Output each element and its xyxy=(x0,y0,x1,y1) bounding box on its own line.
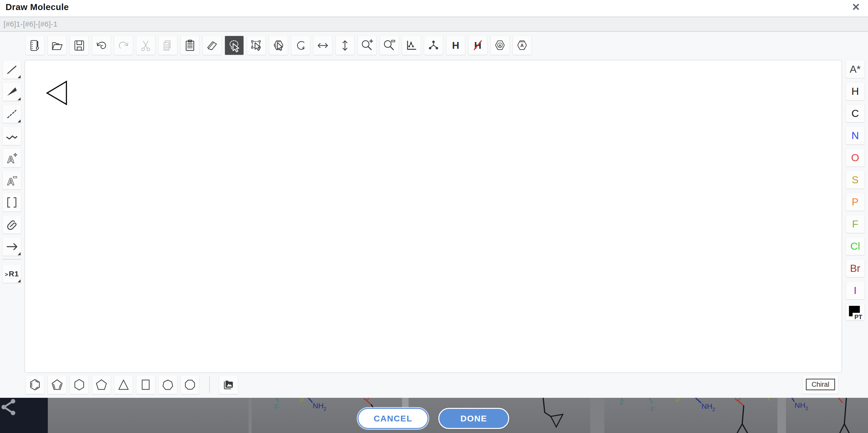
cyclopropane-molecule[interactable] xyxy=(25,60,842,372)
zoom-out-button[interactable] xyxy=(380,36,399,55)
dialog-header: Draw Molecule ✕ xyxy=(0,0,868,16)
template-cycloheptane-button[interactable] xyxy=(158,375,177,394)
atom-label: C xyxy=(851,108,859,119)
template-library-button[interactable] xyxy=(219,375,238,394)
template-cyclobutane-button[interactable] xyxy=(136,375,155,394)
hexagon-ring-icon xyxy=(72,378,86,392)
dropdown-corner-icon xyxy=(18,120,21,123)
drawing-canvas[interactable] xyxy=(24,60,842,373)
clipboard-icon xyxy=(183,38,197,53)
add-hydrogens-button[interactable]: H xyxy=(446,36,465,55)
dropdown-corner-icon xyxy=(18,252,21,255)
redo-button[interactable] xyxy=(114,36,133,55)
background-molecule-fragment: NH2 xyxy=(795,401,808,411)
attachment-button[interactable] xyxy=(2,215,21,234)
reaction-arrow-button[interactable] xyxy=(2,237,21,256)
save-floppy-icon xyxy=(72,38,86,53)
atom-button-o[interactable]: O xyxy=(846,149,865,166)
background-molecule-fragment: F xyxy=(620,399,624,407)
background-molecule-fragment xyxy=(737,424,742,433)
template-cyclopropane-button[interactable] xyxy=(114,375,133,394)
charge-minus-button[interactable]: A xyxy=(2,171,21,189)
atom-button-cl[interactable]: Cl xyxy=(846,237,865,255)
bond-single-button[interactable] xyxy=(2,60,21,79)
template-cyclopentadiene-button[interactable] xyxy=(48,375,66,394)
template-benzene-button[interactable] xyxy=(26,375,44,394)
done-button[interactable]: DONE xyxy=(438,408,509,429)
paperclip-icon xyxy=(5,218,19,232)
template-cyclohexane-button[interactable] xyxy=(70,375,89,394)
erase-button[interactable] xyxy=(203,36,221,55)
zoom-fit-button[interactable] xyxy=(402,36,421,55)
atom-label: P xyxy=(851,197,859,207)
letter-h-strike-icon: H xyxy=(471,38,485,53)
open-folder-icon xyxy=(50,38,64,53)
background-molecule-fragment xyxy=(742,424,747,433)
letter-h-icon: H xyxy=(448,38,463,53)
svg-text:A: A xyxy=(7,154,14,165)
hexagon-a-icon: A xyxy=(515,38,529,53)
periodic-table-button[interactable]: PT xyxy=(846,304,865,320)
rotate-button[interactable] xyxy=(291,36,310,55)
charge-plus-button[interactable]: A+ xyxy=(2,149,21,167)
bond-wedge-button[interactable] xyxy=(2,82,21,101)
bond-dashed-button[interactable] xyxy=(2,105,21,123)
atom-button-s[interactable]: S xyxy=(846,171,865,189)
background-molecule-fragment xyxy=(742,406,744,424)
select-rectangle-button[interactable] xyxy=(247,36,266,55)
atom-button-i[interactable]: I xyxy=(846,281,865,299)
new-document-button[interactable] xyxy=(26,36,44,55)
chiral-label: Chiral xyxy=(806,379,835,390)
molecule-branch-icon xyxy=(427,38,440,53)
flip-horizontal-button[interactable] xyxy=(313,36,332,55)
zoom-in-button[interactable] xyxy=(358,36,376,55)
fit-axes-molecule-icon xyxy=(404,38,418,53)
cut-button[interactable] xyxy=(136,36,155,55)
rectangle-select-icon xyxy=(249,38,264,53)
close-icon[interactable]: ✕ xyxy=(849,0,863,13)
flip-vertical-button[interactable] xyxy=(336,36,354,55)
triangle-ring-icon xyxy=(117,378,131,392)
cancel-button[interactable]: CANCEL xyxy=(358,408,429,429)
redo-arrow-icon xyxy=(117,38,131,53)
paste-button[interactable] xyxy=(181,36,199,55)
template-cyclopentane-button[interactable] xyxy=(92,375,111,394)
atom-button-br[interactable]: Br xyxy=(846,260,865,277)
copy-button[interactable] xyxy=(158,36,177,55)
select-fragment-button[interactable] xyxy=(269,36,288,55)
cyclopentadiene-ring-icon xyxy=(50,378,64,392)
atom-button-f[interactable]: F xyxy=(846,215,865,233)
template-cyclooctane-button[interactable] xyxy=(181,375,199,394)
clean-up-button[interactable] xyxy=(424,36,443,55)
background-molecule-fragment xyxy=(838,398,842,402)
svg-text:A: A xyxy=(499,43,501,47)
background-molecule-fragment xyxy=(768,398,769,400)
save-button[interactable] xyxy=(70,36,89,55)
atom-button-p[interactable]: P xyxy=(846,193,865,211)
atom-button-c[interactable]: C xyxy=(846,105,865,122)
brackets-button[interactable] xyxy=(2,193,21,211)
chiral-button[interactable]: Chiral xyxy=(803,375,838,394)
dearomatize-button[interactable]: A xyxy=(513,36,531,55)
smarts-preview-bar: [#6]1-[#6]-[#6]-1 xyxy=(0,16,868,32)
benzene-ring-icon xyxy=(28,378,42,392)
select-lasso-button[interactable] xyxy=(225,36,244,55)
chain-button[interactable] xyxy=(2,127,21,145)
remove-hydrogens-button[interactable]: H xyxy=(468,36,487,55)
background-molecule-fragment xyxy=(694,398,701,403)
square-brackets-icon xyxy=(5,195,19,209)
atom-button-n[interactable]: N xyxy=(846,127,865,144)
svg-text:A: A xyxy=(520,42,524,48)
rgroup-button[interactable]: >R1 xyxy=(2,265,21,283)
background-page-strip: FSNH2OFFSNH2ONH2 xyxy=(0,398,868,433)
open-button[interactable] xyxy=(48,36,66,55)
atom-charge-minus-icon: A xyxy=(5,173,19,187)
atom-button-astar[interactable]: A* xyxy=(846,60,865,78)
background-molecule-fragment xyxy=(551,414,563,427)
atom-button-h[interactable]: H xyxy=(846,82,865,100)
background-molecule-fragment: NH2 xyxy=(702,402,715,412)
rgroup-label: >R1 xyxy=(5,270,19,278)
share-button[interactable] xyxy=(0,398,48,433)
aromatize-button[interactable]: A xyxy=(491,36,509,55)
undo-button[interactable] xyxy=(92,36,111,55)
